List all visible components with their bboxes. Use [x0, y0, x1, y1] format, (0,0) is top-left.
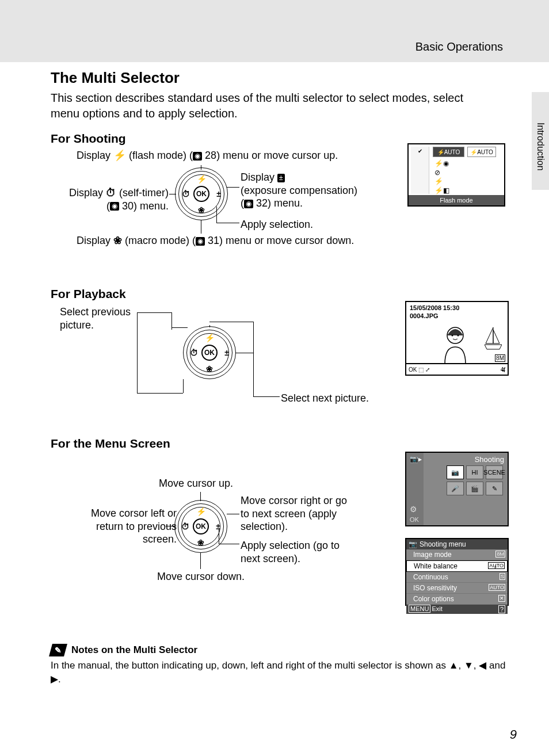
pageref-icon: ◉	[196, 237, 205, 246]
flash-mode-screen: ✔ ⚡AUTO ⚡AUTO ⚡◉⊘⚡⚡◧ Flash mode	[407, 143, 505, 207]
menu-row: ISO sensitivityAUTO	[406, 583, 508, 594]
flash-icon: ⚡	[197, 174, 207, 184]
right-triangle-icon: ▶	[51, 673, 58, 686]
section-menu: For the Menu Screen Move cursor up. Move…	[51, 437, 509, 609]
intro-text: This section describes standard uses of …	[51, 90, 488, 121]
page-number: 9	[510, 727, 517, 742]
macro-icon: ❀	[206, 364, 213, 373]
notes-text: In the manual, the button indicating up,…	[51, 659, 509, 686]
self-timer-icon: ⏱	[182, 189, 190, 198]
flash-icon: ⚡	[205, 333, 215, 342]
mode-cell: 📷	[447, 465, 464, 479]
down-triangle-icon: ▼	[464, 659, 474, 673]
self-timer-icon: ⏱	[106, 187, 116, 198]
multi-selector-diagram: OK ⚡ ❀ ⏱ ±	[174, 500, 227, 553]
camera-icon: 📷	[409, 540, 417, 548]
ok-button-icon: OK	[193, 186, 209, 202]
side-tab-introduction: Introduction	[532, 92, 549, 190]
note-icon: ✎	[49, 644, 67, 656]
exposure-comp-icon: ±	[224, 348, 229, 357]
playback-filename: 0004.JPG	[410, 312, 439, 319]
exposure-comp-icon: ±	[277, 174, 285, 182]
up-triangle-icon: ▲	[449, 659, 459, 673]
section-playback: For Playback Select previous picture. Se…	[51, 287, 509, 414]
shooting-up-label: Display ⚡ (flash mode) (◉ 28) menu or mo…	[77, 149, 338, 162]
shooting-right-label: Display ± (exposure compensation) (◉ 32)…	[241, 171, 367, 210]
menu-down-label: Move cursor down.	[157, 570, 245, 583]
mode-select-title: Shooting	[475, 455, 504, 464]
playback-screen: 15/05/2008 15:30 0004.JPG OK ⬚ ⤢ 4/	[405, 301, 509, 376]
menu-row-selected: White balance›AUTO	[406, 560, 508, 572]
image-size-badge: 8M	[495, 354, 505, 362]
mode-grid: 📷 HI SCENE 🎤 🎬 ✎	[447, 465, 503, 495]
macro-icon: ❀	[113, 235, 122, 246]
svg-point-2	[458, 335, 459, 337]
macro-icon: ❀	[197, 538, 204, 547]
pageref-icon: ◉	[244, 200, 253, 208]
exposure-comp-icon: ±	[216, 189, 221, 198]
macro-icon: ❀	[198, 205, 205, 215]
mode-cell: ✎	[486, 482, 503, 495]
gear-icon: ⚙	[410, 505, 417, 514]
pageref-icon: ◉	[193, 152, 202, 161]
heading-playback: For Playback	[51, 287, 509, 301]
menu-left-label: Move corsor left or return to previous s…	[76, 507, 177, 546]
menu-ok-label: Apply selection (go to next screen).	[241, 539, 356, 565]
self-timer-icon: ⏱	[181, 522, 189, 531]
section-shooting: For Shooting Display ⚡ (flash mode) (◉ 2…	[51, 132, 509, 264]
shooting-left-label: Display ⏱ (self-timer) (◉ 30) menu.	[51, 186, 169, 212]
notes-heading: Notes on the Multi Selector	[71, 644, 197, 656]
notes-section: ✎ Notes on the Multi Selector In the man…	[51, 644, 509, 686]
menu-row: Color options✕	[406, 594, 508, 605]
left-triangle-icon: ◀	[479, 659, 486, 673]
playback-timestamp: 15/05/2008 15:30	[410, 304, 459, 311]
flash-auto-tab-selected: ⚡AUTO	[433, 147, 464, 157]
playback-total: 4	[502, 366, 505, 373]
flash-mode-footer: Flash mode	[409, 195, 504, 205]
mode-select-screen: ⚙ 📷▸ Shooting 📷 HI SCENE 🎤 🎬 ✎ OK	[405, 452, 509, 526]
playback-next-label: Select next picture.	[281, 392, 369, 405]
svg-point-1	[452, 335, 453, 337]
shooting-menu-title: Shooting menu	[420, 540, 466, 548]
check-icon: ✔	[418, 148, 422, 154]
mode-cell: 🎬	[466, 482, 483, 495]
mode-cell: HI	[466, 465, 483, 479]
person-illustration	[438, 324, 472, 364]
self-timer-icon: ⏱	[190, 348, 198, 357]
shooting-ok-label: Apply selection.	[241, 218, 313, 231]
shooting-down-label: Display ❀ (macro mode) (◉ 31) menu or mo…	[77, 234, 354, 247]
multi-selector-diagram: OK ⚡ ❀ ⏱ ±	[183, 326, 236, 379]
ok-badge: OK	[410, 516, 419, 523]
menu-up-label: Move cursor up.	[159, 477, 233, 490]
playback-bottom-icons: OK ⬚ ⤢	[409, 366, 430, 373]
playback-prev-label: Select previous picture.	[60, 306, 146, 331]
menu-badge: MENU	[409, 605, 430, 613]
ok-button-icon: OK	[201, 345, 218, 361]
heading-menu: For the Menu Screen	[51, 437, 509, 450]
sailboat-icon	[485, 327, 502, 350]
mode-cell: 🎤	[447, 482, 464, 495]
mode-cell: SCENE	[486, 465, 503, 479]
menu-row: ContinuousS	[406, 572, 508, 583]
help-icon: ?	[498, 605, 505, 613]
shooting-menu-screen: 📷Shooting menu Image mode8M White balanc…	[405, 538, 509, 606]
camera-icon: 📷▸	[410, 455, 422, 463]
menu-row: Image mode8M	[406, 549, 508, 560]
flash-options-icons: ⚡◉⊘⚡⚡◧	[434, 159, 449, 195]
page-title: The Multi Selector	[51, 69, 509, 87]
pageref-icon: ◉	[110, 202, 119, 211]
ok-button-icon: OK	[193, 518, 209, 534]
breadcrumb: Basic Operations	[415, 40, 503, 54]
menu-right-label: Move corsor right or go to next screen (…	[241, 494, 356, 533]
flash-auto-tab: ⚡AUTO	[467, 147, 496, 157]
flash-icon: ⚡	[196, 507, 206, 516]
flash-icon: ⚡	[113, 150, 126, 161]
multi-selector-diagram: OK ⚡ ❀ ⏱ ±	[175, 167, 228, 220]
